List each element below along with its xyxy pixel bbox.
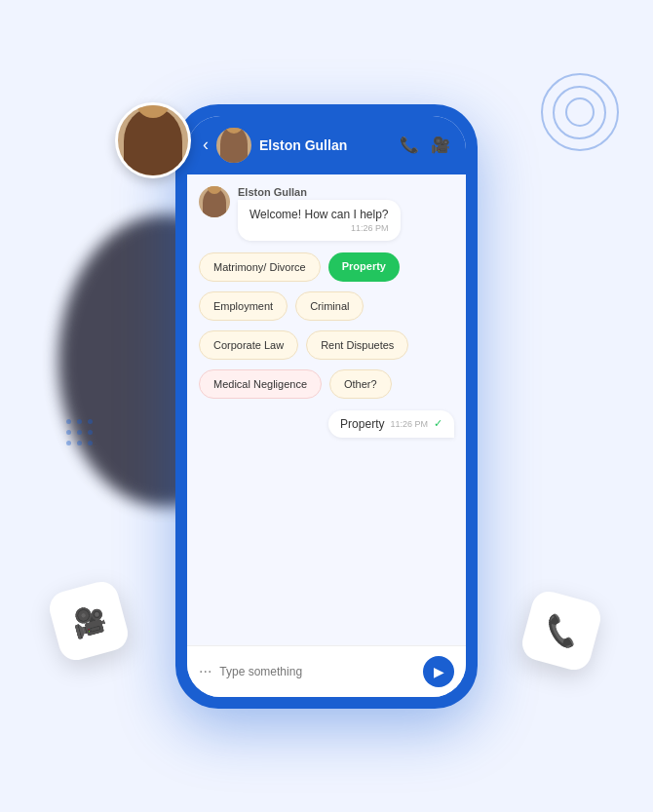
dot [88,441,93,445]
ring-3 [541,73,619,151]
phone-icon[interactable]: 📞 [400,135,419,154]
chip-criminal[interactable]: Criminal [295,291,364,321]
chips-row-1: Matrimony/ Divorce Property [199,252,454,282]
chips-row-4: Medical Negligence Other? [199,369,454,399]
float-video-icon: 🎥 [68,601,109,641]
large-avatar [115,102,191,178]
dot [88,419,93,424]
scene: ‹ Elston Gullan 📞 🎥 Elst [0,0,653,812]
avatar-body [124,107,182,175]
chip-property[interactable]: Property [328,252,400,282]
sent-message-row: Property 11:26 PM ✓ [199,410,454,438]
dot [66,430,71,435]
phone-frame: ‹ Elston Gullan 📞 🎥 Elst [175,104,478,709]
checkmark-icon: ✓ [434,417,442,430]
sent-text: Property [340,417,384,431]
float-video-card[interactable]: 🎥 [46,578,132,664]
header-avatar [216,128,251,163]
dot [77,430,82,435]
send-button[interactable]: ▶ [423,656,454,687]
sender-name: Elston Gullan [238,186,401,198]
dot [77,441,82,445]
message-input[interactable] [219,665,415,678]
sent-time: 11:26 PM [390,419,428,429]
float-phone-card[interactable]: 📞 [519,588,604,674]
chat-input-area: ··· ▶ [187,645,466,697]
send-icon: ▶ [434,664,444,679]
video-icon[interactable]: 🎥 [431,135,450,154]
chat-header: ‹ Elston Gullan 📞 🎥 [187,116,466,174]
sent-bubble: Property 11:26 PM ✓ [328,410,454,438]
dot [88,430,93,435]
back-button[interactable]: ‹ [203,135,209,155]
message-bubble: Welcome! How can I help? 11:26 PM [238,200,401,241]
chip-matrimony[interactable]: Matrimony/ Divorce [199,252,321,282]
message-text: Welcome! How can I help? [250,208,389,221]
msg-avatar-inner [203,188,226,217]
dot [77,419,82,424]
message-avatar [199,186,230,217]
chips-row-2: Employment Criminal [199,291,454,321]
chip-corporate[interactable]: Corporate Law [199,330,298,360]
more-options-icon[interactable]: ··· [199,663,211,680]
chip-rent[interactable]: Rent Dispuetes [306,330,408,360]
float-phone-icon: 📞 [541,611,582,651]
message-time: 11:26 PM [250,223,389,233]
chip-employment[interactable]: Employment [199,291,288,321]
chip-other[interactable]: Other? [329,369,392,399]
message-content: Elston Gullan Welcome! How can I help? 1… [238,186,401,241]
chip-medical[interactable]: Medical Negligence [199,369,322,399]
chips-area: Matrimony/ Divorce Property Employment C… [199,249,454,403]
dots-decoration [66,419,93,445]
received-message: Elston Gullan Welcome! How can I help? 1… [199,186,454,241]
chat-body: Elston Gullan Welcome! How can I help? 1… [187,174,466,645]
avatar-person [220,128,248,163]
dot [66,419,71,424]
chips-row-3: Corporate Law Rent Dispuetes [199,330,454,360]
header-username: Elston Gullan [259,137,392,153]
dot [66,441,71,445]
phone-screen: ‹ Elston Gullan 📞 🎥 Elst [187,116,466,697]
header-icons: 📞 🎥 [400,135,450,154]
